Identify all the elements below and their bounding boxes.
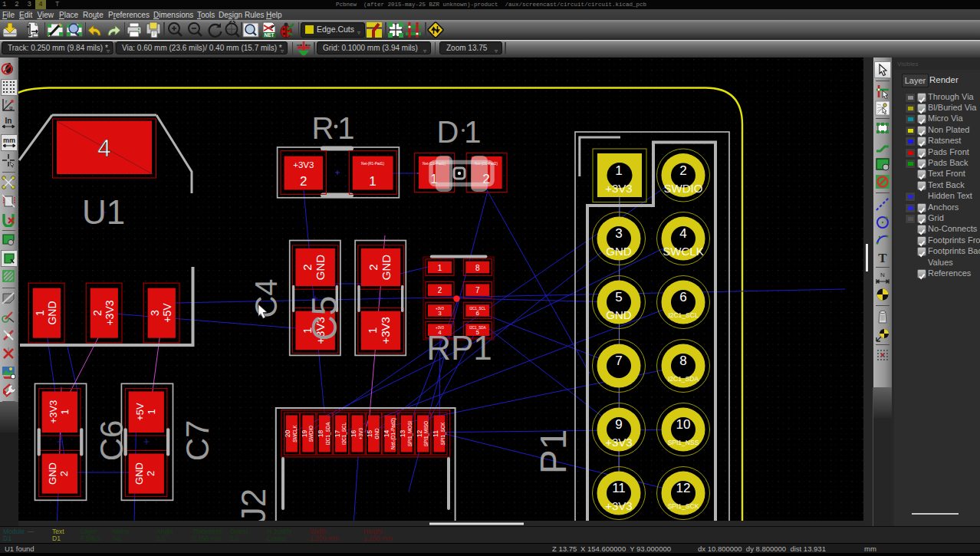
svg-text:SPI1_SCK: SPI1_SCK <box>668 502 699 510</box>
svg-text:I2C1_SCL: I2C1_SCL <box>668 311 698 319</box>
svg-text:I2C1_SDA: I2C1_SDA <box>668 375 699 383</box>
svg-text:SPI1_MOSI: SPI1_MOSI <box>407 421 413 446</box>
svg-text:+3V3: +3V3 <box>379 317 392 344</box>
svg-text:7: 7 <box>475 286 480 294</box>
svg-text:7: 7 <box>615 354 622 368</box>
svg-text:J2: J2 <box>235 489 272 524</box>
svg-text:4: 4 <box>679 226 686 241</box>
svg-text:D1: D1 <box>436 115 486 149</box>
svg-text:17: 17 <box>334 430 341 438</box>
svg-text:2: 2 <box>679 163 686 178</box>
svg-text:SPI1_SCK: SPI1_SCK <box>440 422 446 446</box>
svg-text:10: 10 <box>676 417 691 432</box>
svg-text:+5V: +5V <box>134 403 146 421</box>
svg-text:8: 8 <box>475 264 480 272</box>
svg-text:2: 2 <box>145 471 156 476</box>
svg-text:1: 1 <box>369 174 376 189</box>
svg-text:GND: GND <box>133 462 145 485</box>
svg-text:2: 2 <box>91 310 104 316</box>
svg-text:C7: C7 <box>179 420 215 462</box>
svg-text:20: 20 <box>284 430 291 438</box>
svg-text:φ: φ <box>9 105 13 111</box>
svg-text:19: 19 <box>301 430 308 438</box>
svg-text:GND: GND <box>46 301 58 324</box>
svg-text:14: 14 <box>383 430 390 438</box>
svg-text:In: In <box>5 117 12 125</box>
svg-text:5: 5 <box>615 290 622 304</box>
svg-text:SPI1_NSS: SPI1_NSS <box>668 439 699 446</box>
svg-text:+3V3: +3V3 <box>605 182 632 195</box>
svg-text:N: N <box>880 271 885 278</box>
svg-text:GND: GND <box>606 308 632 321</box>
svg-text:3: 3 <box>149 310 161 316</box>
svg-text:+3V3: +3V3 <box>605 436 632 449</box>
svg-text:SWCLK: SWCLK <box>663 245 703 258</box>
svg-text:GND: GND <box>606 245 632 258</box>
svg-text:11: 11 <box>432 430 439 437</box>
svg-text:18: 18 <box>317 430 324 438</box>
svg-text:2: 2 <box>300 174 307 189</box>
svg-text:8: 8 <box>679 354 686 368</box>
svg-text:GND: GND <box>374 428 380 439</box>
svg-text:SWDIO: SWDIO <box>308 426 314 442</box>
svg-text:mm: mm <box>3 137 15 144</box>
svg-text:+5V: +5V <box>161 303 173 323</box>
svg-text:GND: GND <box>380 255 393 281</box>
svg-text:GND: GND <box>314 255 327 281</box>
svg-text:12: 12 <box>676 481 691 495</box>
svg-text:3: 3 <box>615 226 622 241</box>
svg-text:+3V3: +3V3 <box>293 160 314 169</box>
svg-text:P1: P1 <box>533 429 574 475</box>
svg-text:SWDIO: SWDIO <box>664 182 703 195</box>
svg-text:SPI1_MISO: SPI1_MISO <box>423 421 429 446</box>
svg-text:I2C1_SDA: I2C1_SDA <box>325 422 331 446</box>
svg-text:U1: U1 <box>82 193 125 231</box>
svg-text:+3V3: +3V3 <box>104 300 116 325</box>
svg-text:C5: C5 <box>304 296 344 341</box>
svg-text:1: 1 <box>59 409 71 414</box>
svg-text:+3V3: +3V3 <box>358 428 363 439</box>
svg-text:2: 2 <box>58 471 70 476</box>
svg-text:16: 16 <box>350 430 357 438</box>
svg-text:2: 2 <box>301 264 314 270</box>
svg-text:15: 15 <box>366 430 373 438</box>
svg-text:SWCLK: SWCLK <box>292 425 298 442</box>
svg-text:2: 2 <box>367 264 380 270</box>
svg-text:1: 1 <box>366 327 379 334</box>
svg-text:I2C1_SCL: I2C1_SCL <box>341 422 347 445</box>
svg-text:NET: NET <box>265 32 275 38</box>
svg-text:T: T <box>878 251 887 265</box>
svg-text:9: 9 <box>615 417 622 432</box>
svg-text:1: 1 <box>146 409 157 414</box>
svg-text:4: 4 <box>97 134 111 162</box>
svg-text:Net-(R1-Pad1): Net-(R1-Pad1) <box>361 162 384 166</box>
svg-text:r: r <box>5 99 8 104</box>
svg-text:11: 11 <box>612 481 626 495</box>
svg-text:6: 6 <box>476 310 480 317</box>
svg-text:1: 1 <box>438 264 442 272</box>
svg-text:RP1: RP1 <box>426 329 492 367</box>
svg-text:Net-(D1-Pad2): Net-(D1-Pad2) <box>390 418 396 449</box>
svg-text:+3V3: +3V3 <box>48 400 59 424</box>
svg-text:2: 2 <box>438 286 442 294</box>
svg-text:1: 1 <box>34 310 46 316</box>
svg-text:13: 13 <box>399 430 406 438</box>
svg-text:3: 3 <box>438 310 442 317</box>
svg-text:+3V3: +3V3 <box>605 499 632 512</box>
svg-text:GND: GND <box>47 462 58 485</box>
svg-text:12: 12 <box>416 430 423 438</box>
svg-text:1: 1 <box>615 163 622 178</box>
svg-text:6: 6 <box>679 290 686 304</box>
